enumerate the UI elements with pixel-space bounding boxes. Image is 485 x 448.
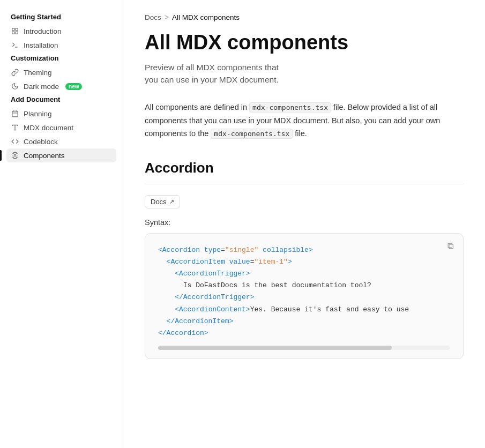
code-block: ⧉ <Accordion type="single" collapsible> …: [145, 233, 464, 359]
svg-rect-1: [16, 28, 18, 31]
intro-text-3: file.: [295, 129, 307, 138]
sidebar-item-label: Installation: [24, 41, 58, 49]
intro-paragraph: All components are defined in mdx-compon…: [145, 101, 464, 140]
external-link-icon: ↗: [169, 198, 174, 205]
breadcrumb-current: All MDX components: [172, 13, 240, 21]
sidebar-item-theming[interactable]: Theming: [6, 65, 116, 79]
svg-rect-2: [12, 32, 14, 34]
h1-icon: [11, 123, 19, 132]
breadcrumb: Docs > All MDX components: [145, 13, 464, 21]
scrollbar-thumb[interactable]: [158, 346, 392, 350]
svg-rect-3: [16, 32, 18, 34]
sidebar-item-label: Components: [24, 152, 65, 160]
syntax-label: Syntax:: [145, 218, 464, 227]
sidebar-section-label: Getting Started: [11, 13, 116, 21]
layout-icon: [11, 27, 19, 35]
terminal-icon: [11, 41, 19, 49]
link-icon: [11, 68, 19, 77]
svg-point-12: [13, 153, 13, 154]
sidebar-item-introduction[interactable]: Introduction: [6, 24, 116, 38]
code-content: <Accordion type="single" collapsible> <A…: [158, 244, 450, 339]
svg-rect-5: [12, 111, 18, 117]
sidebar-item-label: Codeblock: [24, 138, 58, 146]
sidebar-item-dark-mode[interactable]: Dark mode new: [6, 79, 116, 93]
sidebar-item-label: Introduction: [24, 27, 62, 35]
sidebar-item-label: MDX document: [24, 124, 73, 132]
sidebar-section-label: Customization: [11, 54, 116, 62]
sidebar-item-label: Theming: [24, 69, 52, 77]
breadcrumb-parent[interactable]: Docs: [145, 13, 161, 21]
sidebar-item-planning[interactable]: Planning: [6, 107, 116, 121]
grid-icon: [11, 151, 19, 160]
page-subtitle: Preview of all MDX components thatyou ca…: [145, 61, 464, 86]
sidebar-section-add-document: Add Document Planning MDX document Codeb…: [6, 95, 116, 162]
intro-code-2: mdx-components.tsx: [211, 129, 293, 139]
svg-point-15: [17, 157, 17, 158]
sidebar-item-mdx-document[interactable]: MDX document: [6, 121, 116, 135]
sidebar-item-components[interactable]: Components: [6, 148, 116, 162]
svg-point-13: [17, 153, 17, 154]
sidebar-section-customization: Customization Theming Dark mode new: [6, 54, 116, 93]
docs-button-label: Docs: [151, 198, 167, 206]
accordion-section-heading: Accordion: [145, 160, 464, 184]
sidebar-item-installation[interactable]: Installation: [6, 38, 116, 52]
svg-point-14: [13, 157, 13, 158]
sidebar-section-label: Add Document: [11, 95, 116, 103]
new-badge: new: [65, 83, 82, 90]
circle-half-icon: [11, 82, 19, 91]
calendar-icon: [11, 109, 19, 118]
docs-button[interactable]: Docs ↗: [145, 195, 180, 208]
sidebar-item-codeblock[interactable]: Codeblock: [6, 135, 116, 148]
page-title: All MDX components: [145, 31, 464, 55]
main-content: Docs > All MDX components All MDX compon…: [123, 0, 485, 448]
breadcrumb-separator: >: [165, 13, 169, 21]
sidebar-section-getting-started: Getting Started Introduction Installatio…: [6, 13, 116, 52]
sidebar-item-label: Dark mode: [24, 83, 59, 91]
intro-code-1: mdx-components.tsx: [249, 102, 331, 113]
copy-button[interactable]: ⧉: [445, 240, 456, 252]
sidebar: Getting Started Introduction Installatio…: [0, 0, 123, 448]
svg-point-11: [14, 154, 16, 156]
svg-rect-0: [12, 28, 14, 31]
scrollbar-track[interactable]: [158, 346, 450, 350]
intro-text-1: All components are defined in: [145, 103, 247, 111]
code-icon: [11, 137, 19, 146]
sidebar-item-label: Planning: [24, 110, 52, 118]
